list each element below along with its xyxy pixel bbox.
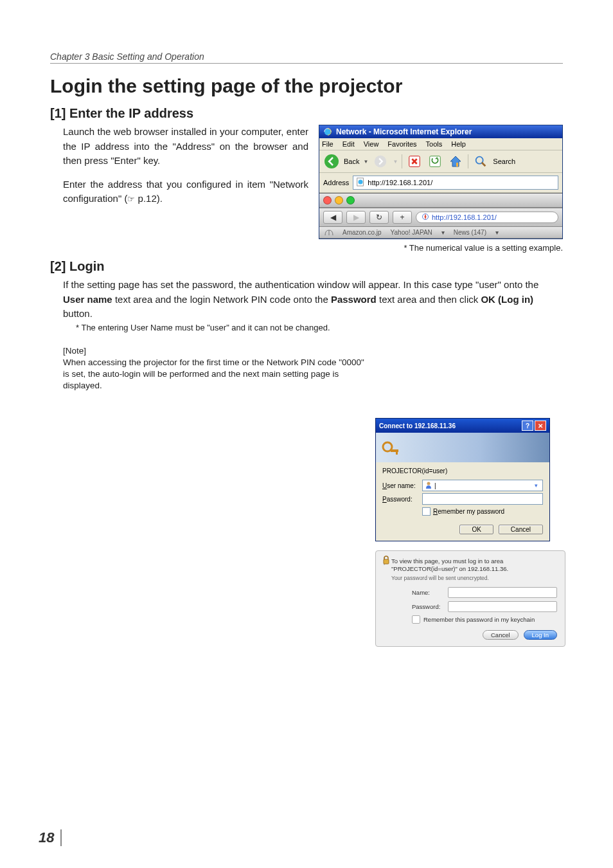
svg-point-1 bbox=[324, 154, 339, 168]
username-dropdown-icon[interactable]: ▾ bbox=[531, 482, 540, 489]
mac-remember-label: Remember this password in my keychain bbox=[423, 616, 535, 623]
win-dialog-title: Connect to 192.168.11.36 bbox=[379, 422, 456, 429]
mac-cancel-button[interactable]: Cancel bbox=[483, 630, 519, 640]
win-dialog-banner bbox=[376, 433, 549, 462]
bookmarks-icon[interactable] bbox=[324, 230, 333, 236]
windows-auth-dialog: Connect to 192.168.11.36 ? ✕ PROJECTOR(i… bbox=[375, 418, 550, 541]
ie-toolbar: Back ▼ ▼ bbox=[319, 150, 562, 173]
bookmark-yahoo[interactable]: Yahoo! JAPAN bbox=[391, 229, 432, 236]
refresh-icon[interactable] bbox=[427, 153, 443, 170]
safari-address-input[interactable]: http://192.168.1.201/ bbox=[416, 212, 558, 223]
mac-password-input[interactable] bbox=[448, 601, 557, 612]
password-label: Password: bbox=[382, 496, 418, 503]
safari-back-icon[interactable]: ◀ bbox=[323, 211, 342, 224]
username-label: User name: bbox=[382, 482, 418, 489]
mac-auth-dialog: To view this page, you must log in to ar… bbox=[375, 550, 565, 647]
ie-title-text: Network - Microsoft Internet Explorer bbox=[336, 127, 472, 136]
mac-password-label: Password: bbox=[412, 603, 444, 610]
divider bbox=[402, 154, 402, 168]
help-icon[interactable]: ? bbox=[522, 420, 533, 431]
keyring-icon bbox=[381, 438, 400, 457]
s1-p2: Enter the address that you configured in… bbox=[50, 177, 308, 206]
home-icon[interactable] bbox=[447, 153, 464, 170]
page-title: Login the setting page of the projector bbox=[50, 75, 563, 97]
svg-rect-13 bbox=[391, 449, 398, 452]
password-input[interactable] bbox=[422, 493, 543, 505]
note-heading: [Note] bbox=[63, 345, 365, 357]
remember-label: Remember my password bbox=[433, 508, 504, 515]
remember-checkbox[interactable] bbox=[422, 507, 431, 516]
search-label[interactable]: Search bbox=[493, 158, 515, 165]
ie-menu-help[interactable]: Help bbox=[451, 140, 466, 148]
safari-forward-icon[interactable]: ▶ bbox=[346, 211, 366, 224]
bookmark-news[interactable]: News (147) bbox=[454, 229, 486, 236]
svg-point-2 bbox=[375, 156, 386, 167]
bookmark-amazon[interactable]: Amazon.co.jp bbox=[342, 229, 382, 236]
close-icon[interactable]: ✕ bbox=[535, 420, 546, 431]
back-dropdown-icon[interactable]: ▼ bbox=[363, 159, 368, 165]
minimize-window-icon[interactable] bbox=[335, 196, 343, 204]
search-icon[interactable] bbox=[472, 153, 489, 170]
bookmark-news-dropdown-icon[interactable]: ▾ bbox=[495, 229, 499, 236]
safari-bookmarks-bar: Amazon.co.jp Yahoo! JAPAN ▾ News (147) ▾ bbox=[319, 227, 562, 239]
stop-icon[interactable] bbox=[406, 153, 423, 170]
svg-line-7 bbox=[482, 163, 486, 167]
mac-name-label: Name: bbox=[412, 589, 444, 596]
lock-icon bbox=[384, 557, 385, 582]
browser-mock-stack: Network - Microsoft Internet Explorer Fi… bbox=[319, 125, 563, 239]
bookmark-yahoo-dropdown-icon[interactable]: ▾ bbox=[441, 229, 445, 236]
cursor: | bbox=[434, 482, 436, 489]
ie-titlebar: Network - Microsoft Internet Explorer bbox=[319, 125, 562, 138]
ok-button[interactable]: OK bbox=[459, 525, 493, 534]
mac-dialog-message: To view this page, you must log in to ar… bbox=[391, 557, 557, 574]
ie-address-bar: Address http://192.168.1.201/ bbox=[319, 173, 562, 193]
svg-rect-16 bbox=[384, 559, 389, 564]
safari-toolbar bbox=[319, 193, 562, 208]
forward-dropdown-icon[interactable]: ▼ bbox=[393, 159, 398, 165]
ie-menubar: File Edit View Favorites Tools Help bbox=[319, 138, 562, 150]
mac-dialog-subtext: Your password will be sent unencrypted. bbox=[391, 575, 557, 582]
zoom-window-icon[interactable] bbox=[346, 196, 355, 204]
forward-icon[interactable] bbox=[372, 153, 389, 170]
mac-remember-checkbox[interactable] bbox=[412, 615, 420, 624]
auth-dialogs: Connect to 192.168.11.36 ? ✕ PROJECTOR(i… bbox=[375, 418, 549, 647]
auth-realm: PROJECTOR(id=user) bbox=[382, 467, 543, 475]
user-icon bbox=[425, 481, 432, 490]
ie-menu-favorites[interactable]: Favorites bbox=[387, 140, 416, 148]
back-icon[interactable] bbox=[323, 153, 340, 170]
svg-point-9 bbox=[359, 180, 363, 185]
safari-site-icon bbox=[422, 213, 429, 222]
ie-menu-file[interactable]: File bbox=[322, 140, 333, 148]
example-caption: * The numerical value is a setting examp… bbox=[50, 243, 563, 253]
cancel-button[interactable]: Cancel bbox=[499, 525, 543, 534]
address-input[interactable]: http://192.168.1.201/ bbox=[353, 176, 558, 190]
chapter-header: Chapter 3 Basic Setting and Operation bbox=[50, 51, 563, 64]
mac-name-input[interactable] bbox=[448, 587, 557, 598]
safari-nav-bar: ◀ ▶ ↻ + http://192.168.1.201/ bbox=[319, 208, 562, 227]
address-label: Address bbox=[323, 179, 349, 186]
s1-p1: Launch the web browser installed in your… bbox=[50, 125, 308, 168]
back-label[interactable]: Back bbox=[344, 158, 359, 165]
safari-reload-icon[interactable]: ↻ bbox=[369, 211, 389, 224]
safari-add-icon[interactable]: + bbox=[393, 211, 412, 224]
svg-point-15 bbox=[427, 482, 431, 485]
address-value: http://192.168.1.201/ bbox=[368, 179, 432, 186]
svg-rect-14 bbox=[396, 452, 398, 455]
username-input[interactable]: | ▾ bbox=[422, 480, 543, 491]
page-number: 18 bbox=[39, 829, 62, 846]
ie-page-icon bbox=[356, 177, 365, 188]
ie-window: Network - Microsoft Internet Explorer Fi… bbox=[319, 125, 563, 239]
mac-login-button[interactable]: Log In bbox=[524, 630, 557, 640]
section-1-heading: [1] Enter the IP address bbox=[50, 106, 563, 121]
username-note: * The entering User Name must be "user" … bbox=[76, 323, 550, 332]
ie-menu-edit[interactable]: Edit bbox=[342, 140, 355, 148]
safari-url: http://192.168.1.201/ bbox=[432, 213, 497, 221]
ie-menu-view[interactable]: View bbox=[364, 140, 379, 148]
win-dialog-titlebar: Connect to 192.168.11.36 ? ✕ bbox=[376, 419, 549, 433]
section-2-heading: [2] Login bbox=[50, 259, 563, 274]
pointer-icon: ☞ bbox=[127, 194, 135, 204]
note-body: When accessing the projector for the fir… bbox=[63, 357, 365, 392]
ie-menu-tools[interactable]: Tools bbox=[426, 140, 443, 148]
close-window-icon[interactable] bbox=[323, 196, 332, 204]
svg-point-12 bbox=[383, 442, 392, 451]
